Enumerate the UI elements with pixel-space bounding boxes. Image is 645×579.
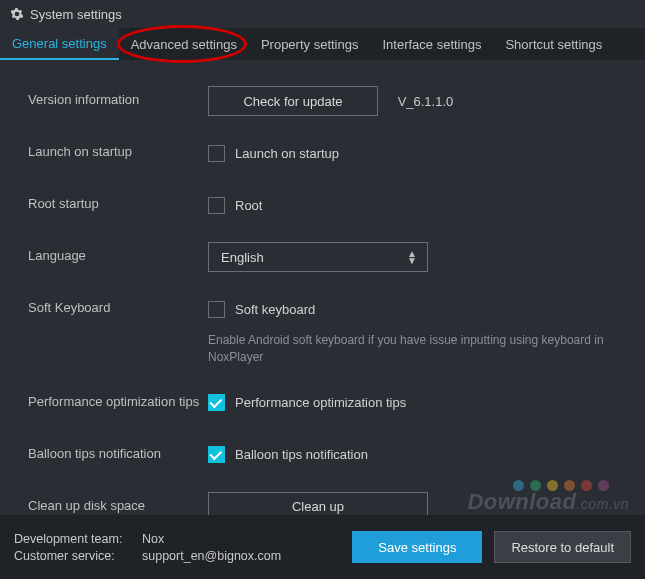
balloon-tips-label: Balloon tips notification	[235, 447, 368, 462]
soft-keyboard-checkbox[interactable]	[208, 301, 225, 318]
row-language: Language English ▲▼	[28, 242, 617, 272]
label-root: Root startup	[28, 190, 208, 211]
root-checkbox[interactable]	[208, 197, 225, 214]
row-version: Version information Check for update V_6…	[28, 86, 617, 116]
label-language: Language	[28, 242, 208, 263]
performance-tips-checkbox[interactable]	[208, 394, 225, 411]
label-softkb: Soft Keyboard	[28, 294, 208, 315]
launch-on-startup-label: Launch on startup	[235, 146, 339, 161]
row-launch: Launch on startup Launch on startup	[28, 138, 617, 168]
language-selected: English	[221, 250, 264, 265]
row-balloon: Balloon tips notification Balloon tips n…	[28, 440, 617, 470]
chevron-updown-icon: ▲▼	[407, 250, 417, 264]
row-perf: Performance optimization tips Performanc…	[28, 388, 617, 418]
restore-default-button[interactable]: Restore to default	[494, 531, 631, 563]
tab-shortcut-settings[interactable]: Shortcut settings	[493, 28, 614, 60]
dev-team-label: Development team:	[14, 532, 132, 546]
tab-advanced-settings[interactable]: Advanced settings	[119, 28, 249, 60]
footer-info: Development team: Nox Customer service: …	[14, 529, 352, 566]
titlebar: System settings	[0, 0, 645, 28]
row-root: Root startup Root	[28, 190, 617, 220]
label-cleanup: Clean up disk space	[28, 492, 208, 513]
customer-service-label: Customer service:	[14, 549, 132, 563]
version-value: V_6.1.1.0	[398, 94, 454, 109]
label-balloon: Balloon tips notification	[28, 440, 208, 461]
language-select[interactable]: English ▲▼	[208, 242, 428, 272]
soft-keyboard-help: Enable Android soft keyboard if you have…	[208, 332, 617, 366]
label-launch: Launch on startup	[28, 138, 208, 159]
tab-general-settings[interactable]: General settings	[0, 28, 119, 60]
launch-on-startup-checkbox[interactable]	[208, 145, 225, 162]
content-area: Version information Check for update V_6…	[0, 60, 645, 579]
root-label: Root	[235, 198, 262, 213]
label-perf: Performance optimization tips	[28, 388, 208, 409]
balloon-tips-checkbox[interactable]	[208, 446, 225, 463]
check-for-update-button[interactable]: Check for update	[208, 86, 378, 116]
performance-tips-label: Performance optimization tips	[235, 395, 406, 410]
tab-interface-settings[interactable]: Interface settings	[370, 28, 493, 60]
tab-property-settings[interactable]: Property settings	[249, 28, 371, 60]
save-settings-button[interactable]: Save settings	[352, 531, 482, 563]
window-title: System settings	[30, 7, 122, 22]
tabs-bar: General settings Advanced settings Prope…	[0, 28, 645, 60]
dev-team-value: Nox	[142, 532, 164, 546]
soft-keyboard-label: Soft keyboard	[235, 302, 315, 317]
label-version: Version information	[28, 86, 208, 107]
row-softkb: Soft Keyboard Soft keyboard Enable Andro…	[28, 294, 617, 366]
footer: Development team: Nox Customer service: …	[0, 515, 645, 579]
customer-service-value: support_en@bignox.com	[142, 549, 281, 563]
gear-icon	[10, 7, 24, 21]
